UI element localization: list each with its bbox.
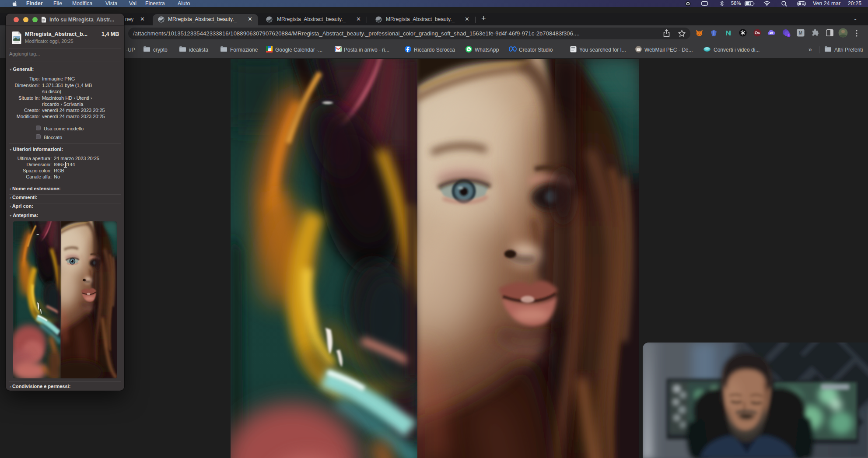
svg-text:M: M xyxy=(799,31,802,35)
svg-text:31: 31 xyxy=(268,48,271,51)
